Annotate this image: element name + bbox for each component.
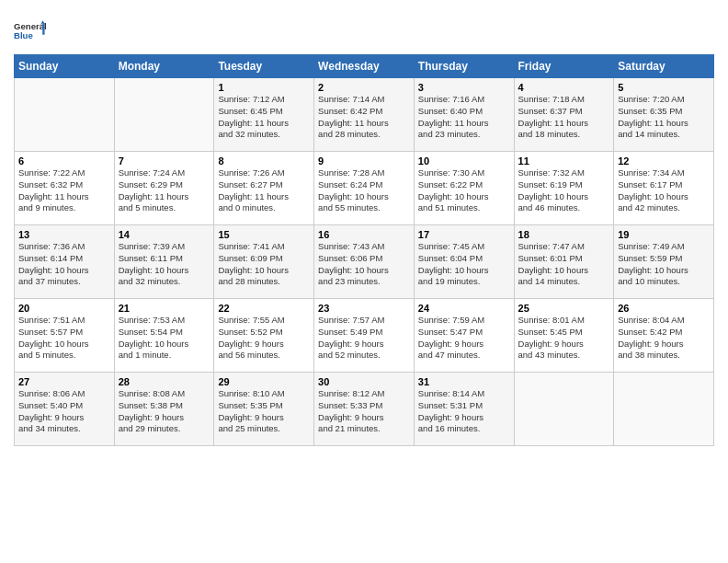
- calendar-day-cell: 3Sunrise: 7:16 AM Sunset: 6:40 PM Daylig…: [414, 78, 514, 152]
- day-info: Sunrise: 7:24 AM Sunset: 6:29 PM Dayligh…: [119, 167, 210, 214]
- day-number: 5: [618, 82, 710, 93]
- calendar-day-cell: 29Sunrise: 8:10 AM Sunset: 5:35 PM Dayli…: [214, 373, 314, 446]
- calendar-week-row: 1Sunrise: 7:12 AM Sunset: 6:45 PM Daylig…: [15, 78, 714, 152]
- calendar-day-cell: 4Sunrise: 7:18 AM Sunset: 6:37 PM Daylig…: [514, 78, 614, 152]
- day-info: Sunrise: 7:26 AM Sunset: 6:27 PM Dayligh…: [218, 167, 310, 214]
- day-number: 19: [618, 229, 710, 240]
- calendar-day-cell: 30Sunrise: 8:12 AM Sunset: 5:33 PM Dayli…: [314, 373, 415, 446]
- day-info: Sunrise: 7:43 AM Sunset: 6:06 PM Dayligh…: [318, 241, 410, 288]
- day-info: Sunrise: 7:55 AM Sunset: 5:52 PM Dayligh…: [218, 315, 310, 362]
- day-info: Sunrise: 8:04 AM Sunset: 5:42 PM Dayligh…: [618, 315, 710, 362]
- calendar-week-row: 20Sunrise: 7:51 AM Sunset: 5:57 PM Dayli…: [15, 299, 714, 373]
- day-number: 26: [618, 303, 710, 314]
- main-container: General Blue SundayMondayTuesdayWednesda…: [0, 0, 728, 451]
- day-info: Sunrise: 7:59 AM Sunset: 5:47 PM Dayligh…: [418, 315, 510, 362]
- day-info: Sunrise: 7:45 AM Sunset: 6:04 PM Dayligh…: [418, 241, 510, 288]
- calendar-day-cell: 13Sunrise: 7:36 AM Sunset: 6:14 PM Dayli…: [15, 225, 115, 299]
- day-number: 1: [218, 82, 310, 93]
- calendar-week-row: 6Sunrise: 7:22 AM Sunset: 6:32 PM Daylig…: [15, 152, 714, 225]
- day-info: Sunrise: 7:47 AM Sunset: 6:01 PM Dayligh…: [518, 241, 610, 288]
- calendar-day-cell: 5Sunrise: 7:20 AM Sunset: 6:35 PM Daylig…: [614, 78, 714, 152]
- day-number: 12: [618, 155, 710, 167]
- calendar-day-cell: 20Sunrise: 7:51 AM Sunset: 5:57 PM Dayli…: [15, 299, 115, 373]
- day-info: Sunrise: 7:51 AM Sunset: 5:57 PM Dayligh…: [18, 315, 110, 362]
- day-number: 10: [418, 155, 510, 167]
- day-info: Sunrise: 8:08 AM Sunset: 5:38 PM Dayligh…: [119, 388, 210, 435]
- day-number: 25: [518, 303, 610, 314]
- calendar-day-cell: 12Sunrise: 7:34 AM Sunset: 6:17 PM Dayli…: [614, 152, 714, 225]
- day-number: 6: [18, 155, 110, 167]
- day-number: 22: [218, 303, 310, 314]
- calendar-day-cell: 19Sunrise: 7:49 AM Sunset: 5:59 PM Dayli…: [614, 225, 714, 299]
- calendar-day-cell: 6Sunrise: 7:22 AM Sunset: 6:32 PM Daylig…: [15, 152, 115, 225]
- calendar-day-cell: 1Sunrise: 7:12 AM Sunset: 6:45 PM Daylig…: [214, 78, 314, 152]
- day-number: 24: [418, 303, 510, 314]
- day-info: Sunrise: 7:32 AM Sunset: 6:19 PM Dayligh…: [518, 167, 610, 214]
- calendar-day-cell: [614, 373, 714, 446]
- calendar-day-cell: 31Sunrise: 8:14 AM Sunset: 5:31 PM Dayli…: [414, 373, 514, 446]
- day-info: Sunrise: 7:22 AM Sunset: 6:32 PM Dayligh…: [18, 167, 110, 214]
- calendar-day-cell: 25Sunrise: 8:01 AM Sunset: 5:45 PM Dayli…: [514, 299, 614, 373]
- calendar-day-cell: 14Sunrise: 7:39 AM Sunset: 6:11 PM Dayli…: [114, 225, 214, 299]
- weekday-header: Wednesday: [314, 55, 415, 78]
- calendar-day-cell: 2Sunrise: 7:14 AM Sunset: 6:42 PM Daylig…: [314, 78, 415, 152]
- day-number: 14: [119, 229, 210, 240]
- day-info: Sunrise: 8:06 AM Sunset: 5:40 PM Dayligh…: [18, 388, 110, 435]
- day-info: Sunrise: 7:34 AM Sunset: 6:17 PM Dayligh…: [618, 167, 710, 214]
- day-number: 20: [18, 303, 110, 314]
- calendar-week-row: 27Sunrise: 8:06 AM Sunset: 5:40 PM Dayli…: [15, 373, 714, 446]
- day-number: 28: [119, 376, 210, 387]
- calendar-day-cell: 16Sunrise: 7:43 AM Sunset: 6:06 PM Dayli…: [314, 225, 415, 299]
- header: General Blue: [14, 9, 714, 47]
- header-row: SundayMondayTuesdayWednesdayThursdayFrid…: [15, 55, 714, 78]
- calendar-day-cell: 24Sunrise: 7:59 AM Sunset: 5:47 PM Dayli…: [414, 299, 514, 373]
- calendar-day-cell: 22Sunrise: 7:55 AM Sunset: 5:52 PM Dayli…: [214, 299, 314, 373]
- calendar-week-row: 13Sunrise: 7:36 AM Sunset: 6:14 PM Dayli…: [15, 225, 714, 299]
- day-number: 2: [318, 82, 410, 93]
- svg-text:Blue: Blue: [14, 30, 33, 40]
- day-info: Sunrise: 8:01 AM Sunset: 5:45 PM Dayligh…: [518, 315, 610, 362]
- day-number: 17: [418, 229, 510, 240]
- day-info: Sunrise: 7:14 AM Sunset: 6:42 PM Dayligh…: [318, 94, 410, 141]
- day-number: 13: [18, 229, 110, 240]
- weekday-header: Friday: [514, 55, 614, 78]
- day-info: Sunrise: 8:12 AM Sunset: 5:33 PM Dayligh…: [318, 388, 410, 435]
- logo: General Blue: [14, 14, 47, 47]
- calendar-day-cell: 8Sunrise: 7:26 AM Sunset: 6:27 PM Daylig…: [214, 152, 314, 225]
- day-info: Sunrise: 7:30 AM Sunset: 6:22 PM Dayligh…: [418, 167, 510, 214]
- day-number: 4: [518, 82, 610, 93]
- day-number: 31: [418, 376, 510, 387]
- weekday-header: Sunday: [15, 55, 115, 78]
- calendar-day-cell: 28Sunrise: 8:08 AM Sunset: 5:38 PM Dayli…: [114, 373, 214, 446]
- day-info: Sunrise: 7:28 AM Sunset: 6:24 PM Dayligh…: [318, 167, 410, 214]
- day-number: 29: [218, 376, 310, 387]
- calendar-day-cell: 17Sunrise: 7:45 AM Sunset: 6:04 PM Dayli…: [414, 225, 514, 299]
- day-info: Sunrise: 8:10 AM Sunset: 5:35 PM Dayligh…: [218, 388, 310, 435]
- day-info: Sunrise: 7:12 AM Sunset: 6:45 PM Dayligh…: [218, 94, 310, 141]
- calendar-day-cell: 7Sunrise: 7:24 AM Sunset: 6:29 PM Daylig…: [114, 152, 214, 225]
- day-info: Sunrise: 7:39 AM Sunset: 6:11 PM Dayligh…: [119, 241, 210, 288]
- day-info: Sunrise: 8:14 AM Sunset: 5:31 PM Dayligh…: [418, 388, 510, 435]
- calendar-day-cell: [514, 373, 614, 446]
- calendar-day-cell: 10Sunrise: 7:30 AM Sunset: 6:22 PM Dayli…: [414, 152, 514, 225]
- weekday-header: Thursday: [414, 55, 514, 78]
- day-number: 21: [119, 303, 210, 314]
- day-info: Sunrise: 7:57 AM Sunset: 5:49 PM Dayligh…: [318, 315, 410, 362]
- day-number: 8: [218, 155, 310, 167]
- weekday-header: Monday: [114, 55, 214, 78]
- calendar-day-cell: 15Sunrise: 7:41 AM Sunset: 6:09 PM Dayli…: [214, 225, 314, 299]
- day-info: Sunrise: 7:18 AM Sunset: 6:37 PM Dayligh…: [518, 94, 610, 141]
- weekday-header: Tuesday: [214, 55, 314, 78]
- calendar-day-cell: 18Sunrise: 7:47 AM Sunset: 6:01 PM Dayli…: [514, 225, 614, 299]
- calendar-day-cell: 9Sunrise: 7:28 AM Sunset: 6:24 PM Daylig…: [314, 152, 415, 225]
- calendar-day-cell: 21Sunrise: 7:53 AM Sunset: 5:54 PM Dayli…: [114, 299, 214, 373]
- day-number: 9: [318, 155, 410, 167]
- day-number: 7: [119, 155, 210, 167]
- calendar-day-cell: 26Sunrise: 8:04 AM Sunset: 5:42 PM Dayli…: [614, 299, 714, 373]
- day-info: Sunrise: 7:36 AM Sunset: 6:14 PM Dayligh…: [18, 241, 110, 288]
- day-info: Sunrise: 7:16 AM Sunset: 6:40 PM Dayligh…: [418, 94, 510, 141]
- calendar-day-cell: 27Sunrise: 8:06 AM Sunset: 5:40 PM Dayli…: [15, 373, 115, 446]
- day-info: Sunrise: 7:49 AM Sunset: 5:59 PM Dayligh…: [618, 241, 710, 288]
- day-number: 23: [318, 303, 410, 314]
- day-number: 18: [518, 229, 610, 240]
